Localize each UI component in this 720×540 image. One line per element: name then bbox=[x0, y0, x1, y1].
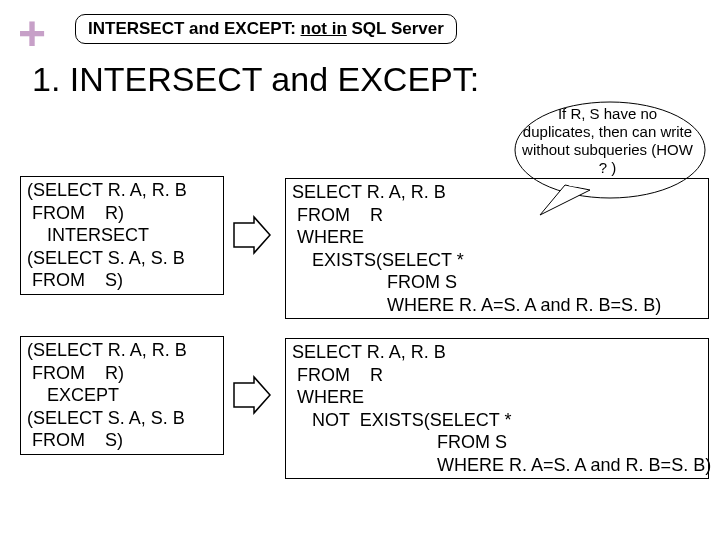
callout-text: If R, S have no duplicates, then can wri… bbox=[520, 105, 695, 177]
arrow-icon bbox=[232, 375, 272, 415]
code-except-right: SELECT R. A, R. B FROM R WHERE NOT EXIST… bbox=[285, 338, 709, 479]
arrow-icon bbox=[232, 215, 272, 255]
note-prefix: INTERSECT and EXCEPT: bbox=[88, 19, 301, 38]
code-except-left: (SELECT R. A, R. B FROM R) EXCEPT (SELEC… bbox=[20, 336, 224, 455]
note-underline: not in bbox=[301, 19, 347, 38]
code-intersect-right: SELECT R. A, R. B FROM R WHERE EXISTS(SE… bbox=[285, 178, 709, 319]
note-suffix: SQL Server bbox=[347, 19, 444, 38]
code-intersect-left: (SELECT R. A, R. B FROM R) INTERSECT (SE… bbox=[20, 176, 224, 295]
slide-title: 1. INTERSECT and EXCEPT: bbox=[32, 60, 479, 99]
plus-icon: + bbox=[18, 10, 46, 58]
note-box: INTERSECT and EXCEPT: not in SQL Server bbox=[75, 14, 457, 44]
